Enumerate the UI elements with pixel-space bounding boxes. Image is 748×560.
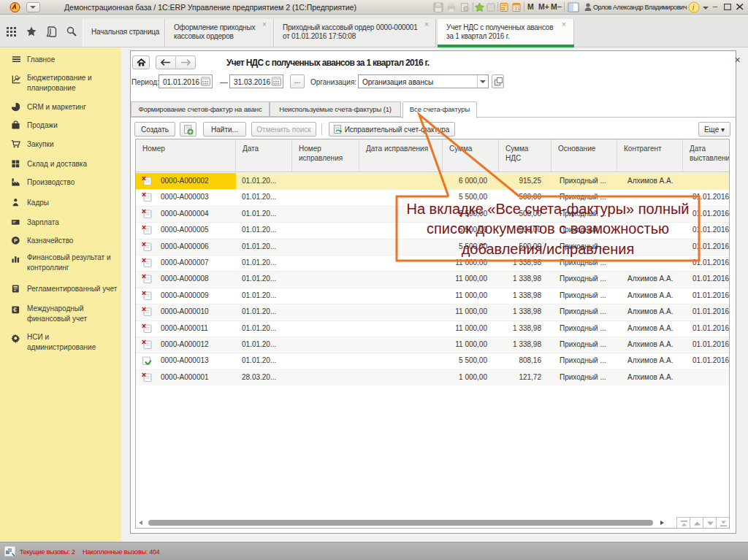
svg-text:31: 31	[514, 6, 520, 11]
svg-text:€: €	[13, 306, 17, 313]
svg-text:P: P	[14, 237, 18, 243]
